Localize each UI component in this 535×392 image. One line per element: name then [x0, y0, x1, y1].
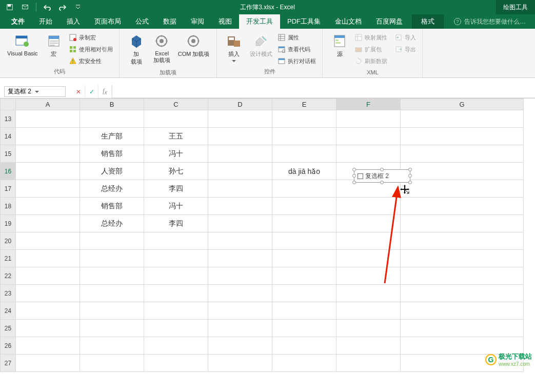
formula-input[interactable]: [112, 85, 535, 98]
resize-handle-tm[interactable]: [380, 168, 384, 171]
select-all-corner[interactable]: [1, 99, 16, 110]
resize-handle-tl[interactable]: [352, 168, 356, 171]
addin-button[interactable]: 加 载项: [124, 31, 149, 68]
col-header-c[interactable]: C: [144, 99, 208, 110]
cell[interactable]: dà jiā hǎo: [272, 163, 336, 180]
macro-security-button[interactable]: 宏安全性: [67, 55, 115, 67]
svg-rect-28: [279, 58, 285, 60]
qat-redo-button[interactable]: [56, 1, 69, 13]
tab-jsdoc[interactable]: 金山文档: [328, 14, 369, 29]
cell[interactable]: 总经办: [80, 215, 144, 232]
cell[interactable]: 冯十: [144, 198, 208, 215]
col-header-a[interactable]: A: [16, 99, 80, 110]
cell[interactable]: 王五: [144, 128, 208, 145]
resize-handle-ml[interactable]: [352, 174, 356, 178]
xml-source-button[interactable]: 源: [327, 31, 352, 60]
export-label: 导出: [405, 46, 416, 53]
resize-handle-mr[interactable]: [408, 174, 412, 178]
cell[interactable]: 总经办: [80, 180, 144, 198]
selected-checkbox-control[interactable]: 复选框 2: [354, 169, 410, 183]
tab-baidu[interactable]: 百度网盘: [369, 14, 410, 29]
row-header[interactable]: 24: [1, 302, 16, 320]
import-button[interactable]: 导入: [392, 32, 418, 43]
row-header[interactable]: 21: [1, 250, 16, 267]
run-dialog-button[interactable]: 执行对话框: [275, 55, 318, 67]
cancel-button[interactable]: ✕: [72, 85, 85, 98]
tab-pdf[interactable]: PDF工具集: [280, 14, 328, 29]
row-header[interactable]: 22: [1, 267, 16, 285]
cell[interactable]: 李四: [144, 180, 208, 198]
xml-source-icon: [331, 33, 348, 49]
tab-devtools[interactable]: 开发工具: [239, 14, 280, 29]
tab-home[interactable]: 开始: [32, 14, 60, 29]
tell-me[interactable]: ? 告诉我您想要做什么…: [454, 14, 526, 29]
macro-button[interactable]: 宏: [41, 31, 67, 60]
design-mode-button[interactable]: 设计模式: [247, 31, 275, 60]
row-header[interactable]: 18: [1, 198, 16, 215]
qat-undo-button[interactable]: [41, 1, 54, 13]
cell[interactable]: 孙七: [144, 163, 208, 180]
row-header[interactable]: 20: [1, 232, 16, 250]
cell[interactable]: 销售部: [80, 145, 144, 163]
row-header[interactable]: 19: [1, 215, 16, 232]
insert-control-button[interactable]: 插入: [221, 31, 247, 65]
properties-button[interactable]: 属性: [275, 32, 318, 43]
spreadsheet-grid[interactable]: A B C D E F G 13 14生产部王五 15销售部冯十 16人资部孙七…: [0, 99, 535, 372]
com-addin-button[interactable]: COM 加载项: [175, 31, 213, 60]
expand-label: 扩展包: [365, 46, 382, 53]
cell[interactable]: 销售部: [80, 198, 144, 215]
tab-file[interactable]: 文件: [4, 14, 32, 29]
checkbox-box[interactable]: [358, 173, 363, 179]
view-code-button[interactable]: 查看代码: [275, 44, 318, 55]
chevron-down-icon[interactable]: [35, 90, 62, 94]
fx-button[interactable]: fx: [98, 85, 112, 98]
row-header[interactable]: 13: [1, 110, 16, 128]
tab-view[interactable]: 视图: [211, 14, 239, 29]
col-header-d[interactable]: D: [208, 99, 272, 110]
row-header[interactable]: 23: [1, 285, 16, 302]
ribbon-tabs: 文件 开始 插入 页面布局 公式 数据 审阅 视图 开发工具 PDF工具集 金山…: [0, 14, 535, 29]
row-header[interactable]: 25: [1, 320, 16, 337]
resize-handle-br[interactable]: [408, 181, 412, 184]
map-props-button[interactable]: 映射属性: [352, 32, 389, 43]
row-header[interactable]: 14: [1, 128, 16, 145]
design-mode-label: 设计模式: [250, 50, 272, 58]
resize-handle-bm[interactable]: [380, 181, 384, 184]
col-header-f[interactable]: F: [336, 99, 401, 110]
qat-customize-button[interactable]: [71, 1, 85, 13]
expand-pack-button[interactable]: 扩展包: [352, 44, 389, 55]
qat-save-mail-button[interactable]: [18, 1, 32, 13]
resize-handle-bl[interactable]: [352, 181, 356, 184]
export-button[interactable]: 导出: [392, 44, 418, 55]
cell[interactable]: 李四: [144, 215, 208, 232]
name-box[interactable]: 复选框 2: [4, 86, 66, 97]
cell[interactable]: 冯十: [144, 145, 208, 163]
tab-data[interactable]: 数据: [156, 14, 184, 29]
col-header-g[interactable]: G: [401, 99, 524, 110]
tab-insert[interactable]: 插入: [60, 14, 87, 29]
col-header-e[interactable]: E: [272, 99, 336, 110]
svg-rect-33: [355, 34, 362, 41]
excel-addin-button[interactable]: Excel 加载项: [149, 31, 175, 66]
col-header-b[interactable]: B: [80, 99, 144, 110]
cell[interactable]: 生产部: [80, 128, 144, 145]
qat-save-button[interactable]: [3, 1, 16, 13]
cell[interactable]: 人资部: [80, 163, 144, 180]
tab-review[interactable]: 审阅: [184, 14, 211, 29]
tab-formula[interactable]: 公式: [128, 14, 156, 29]
row-header[interactable]: 27: [1, 355, 16, 372]
vb-button[interactable]: Visual Basic: [4, 31, 41, 58]
resize-handle-tr[interactable]: [408, 168, 412, 171]
row-header[interactable]: 16: [1, 163, 16, 180]
refresh-data-button[interactable]: 刷新数据: [352, 55, 389, 67]
row-header[interactable]: 26: [1, 337, 16, 355]
row-header[interactable]: 17: [1, 180, 16, 198]
xml-source-label: 源: [337, 50, 343, 58]
row-header[interactable]: 15: [1, 145, 16, 163]
run-dialog-label: 执行对话框: [288, 57, 316, 65]
relative-ref-button[interactable]: 使用相对引用: [67, 44, 115, 55]
tab-format[interactable]: 格式: [412, 14, 444, 29]
record-macro-button[interactable]: 录制宏: [67, 32, 115, 43]
tab-layout[interactable]: 页面布局: [87, 14, 128, 29]
enter-button[interactable]: ✓: [85, 85, 98, 98]
